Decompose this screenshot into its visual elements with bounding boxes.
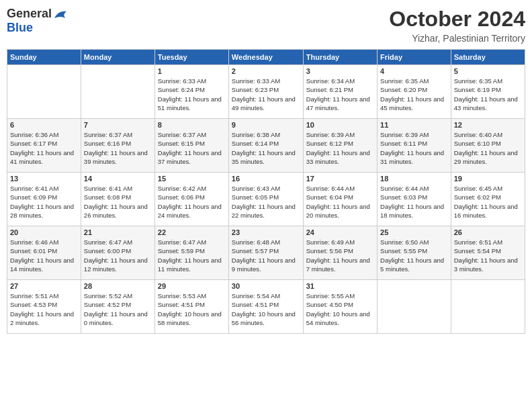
header-wednesday: Wednesday bbox=[228, 50, 303, 65]
header: General Blue October 2024 Yizhar, Palest… bbox=[7, 7, 525, 44]
day-cell: 31Sunrise: 5:55 AMSunset: 4:50 PMDayligh… bbox=[303, 280, 377, 334]
day-info: Sunrise: 6:42 AMSunset: 6:06 PMDaylight:… bbox=[158, 184, 226, 220]
month-title: October 2024 bbox=[389, 7, 525, 32]
day-info: Sunrise: 6:45 AMSunset: 6:02 PMDaylight:… bbox=[454, 184, 522, 220]
day-info: Sunrise: 6:35 AMSunset: 6:20 PMDaylight:… bbox=[380, 77, 448, 112]
day-cell: 30Sunrise: 5:54 AMSunset: 4:51 PMDayligh… bbox=[228, 280, 303, 334]
day-info: Sunrise: 6:35 AMSunset: 6:19 PMDaylight:… bbox=[454, 77, 522, 112]
day-info: Sunrise: 6:50 AMSunset: 5:55 PMDaylight:… bbox=[380, 238, 448, 273]
header-friday: Friday bbox=[378, 50, 451, 65]
day-cell bbox=[451, 280, 525, 334]
day-info: Sunrise: 6:37 AMSunset: 6:16 PMDaylight:… bbox=[84, 130, 152, 166]
day-number: 23 bbox=[232, 228, 300, 236]
header-saturday: Saturday bbox=[451, 50, 525, 65]
week-row-5: 27Sunrise: 5:51 AMSunset: 4:53 PMDayligh… bbox=[7, 280, 525, 334]
week-row-1: 1Sunrise: 6:33 AMSunset: 6:24 PMDaylight… bbox=[7, 65, 525, 119]
day-number: 25 bbox=[380, 228, 448, 236]
day-cell: 1Sunrise: 6:33 AMSunset: 6:24 PMDaylight… bbox=[154, 65, 228, 119]
day-number: 9 bbox=[232, 121, 300, 129]
day-info: Sunrise: 6:40 AMSunset: 6:10 PMDaylight:… bbox=[454, 130, 522, 166]
day-cell: 9Sunrise: 6:38 AMSunset: 6:14 PMDaylight… bbox=[228, 119, 303, 173]
day-number: 24 bbox=[306, 228, 374, 236]
header-row: Sunday Monday Tuesday Wednesday Thursday… bbox=[7, 50, 525, 65]
day-info: Sunrise: 5:55 AMSunset: 4:50 PMDaylight:… bbox=[306, 291, 374, 327]
day-number: 16 bbox=[232, 175, 300, 183]
day-cell: 23Sunrise: 6:48 AMSunset: 5:57 PMDayligh… bbox=[228, 226, 303, 280]
day-cell: 16Sunrise: 6:43 AMSunset: 6:05 PMDayligh… bbox=[228, 173, 303, 226]
day-number: 5 bbox=[454, 67, 522, 75]
day-cell: 10Sunrise: 6:39 AMSunset: 6:12 PMDayligh… bbox=[303, 119, 377, 173]
day-cell: 7Sunrise: 6:37 AMSunset: 6:16 PMDaylight… bbox=[81, 119, 154, 173]
day-info: Sunrise: 6:48 AMSunset: 5:57 PMDaylight:… bbox=[232, 238, 300, 273]
header-monday: Monday bbox=[81, 50, 154, 65]
day-number: 11 bbox=[380, 121, 448, 129]
day-info: Sunrise: 6:34 AMSunset: 6:21 PMDaylight:… bbox=[306, 77, 374, 112]
day-number: 29 bbox=[158, 282, 226, 290]
day-number: 15 bbox=[158, 175, 226, 183]
day-number: 22 bbox=[158, 228, 226, 236]
day-number: 13 bbox=[10, 175, 78, 183]
day-cell: 14Sunrise: 6:41 AMSunset: 6:08 PMDayligh… bbox=[81, 173, 154, 226]
day-number: 17 bbox=[306, 175, 374, 183]
header-tuesday: Tuesday bbox=[154, 50, 228, 65]
day-info: Sunrise: 5:52 AMSunset: 4:52 PMDaylight:… bbox=[84, 291, 152, 327]
day-number: 18 bbox=[380, 175, 448, 183]
logo-blue-text: Blue bbox=[7, 21, 33, 35]
day-info: Sunrise: 6:36 AMSunset: 6:17 PMDaylight:… bbox=[10, 130, 78, 166]
day-number: 1 bbox=[158, 67, 226, 75]
day-number: 21 bbox=[84, 228, 152, 236]
day-cell: 2Sunrise: 6:33 AMSunset: 6:23 PMDaylight… bbox=[228, 65, 303, 119]
day-info: Sunrise: 6:38 AMSunset: 6:14 PMDaylight:… bbox=[232, 130, 300, 166]
day-info: Sunrise: 5:54 AMSunset: 4:51 PMDaylight:… bbox=[232, 291, 300, 327]
day-cell bbox=[378, 280, 451, 334]
day-number: 6 bbox=[10, 121, 78, 129]
header-thursday: Thursday bbox=[303, 50, 377, 65]
day-info: Sunrise: 6:33 AMSunset: 6:23 PMDaylight:… bbox=[232, 77, 300, 112]
day-number: 19 bbox=[454, 175, 522, 183]
day-number: 8 bbox=[158, 121, 226, 129]
day-info: Sunrise: 6:33 AMSunset: 6:24 PMDaylight:… bbox=[158, 77, 226, 112]
day-number: 3 bbox=[306, 67, 374, 75]
day-number: 2 bbox=[232, 67, 300, 75]
week-row-4: 20Sunrise: 6:46 AMSunset: 6:01 PMDayligh… bbox=[7, 226, 525, 280]
day-info: Sunrise: 6:47 AMSunset: 6:00 PMDaylight:… bbox=[84, 238, 152, 273]
day-info: Sunrise: 6:43 AMSunset: 6:05 PMDaylight:… bbox=[232, 184, 300, 220]
day-cell: 18Sunrise: 6:44 AMSunset: 6:03 PMDayligh… bbox=[378, 173, 451, 226]
day-info: Sunrise: 6:39 AMSunset: 6:11 PMDaylight:… bbox=[380, 130, 448, 166]
location-title: Yizhar, Palestinian Territory bbox=[389, 33, 525, 44]
day-info: Sunrise: 6:46 AMSunset: 6:01 PMDaylight:… bbox=[10, 238, 78, 273]
day-cell: 13Sunrise: 6:41 AMSunset: 6:09 PMDayligh… bbox=[7, 173, 81, 226]
day-number: 10 bbox=[306, 121, 374, 129]
day-info: Sunrise: 6:44 AMSunset: 6:03 PMDaylight:… bbox=[380, 184, 448, 220]
day-cell: 21Sunrise: 6:47 AMSunset: 6:00 PMDayligh… bbox=[81, 226, 154, 280]
page: General Blue October 2024 Yizhar, Palest… bbox=[0, 0, 532, 411]
day-number: 30 bbox=[232, 282, 300, 290]
day-number: 4 bbox=[380, 67, 448, 75]
calendar-table: Sunday Monday Tuesday Wednesday Thursday… bbox=[7, 49, 525, 334]
day-cell: 29Sunrise: 5:53 AMSunset: 4:51 PMDayligh… bbox=[154, 280, 228, 334]
day-number: 12 bbox=[454, 121, 522, 129]
day-cell: 6Sunrise: 6:36 AMSunset: 6:17 PMDaylight… bbox=[7, 119, 81, 173]
title-block: October 2024 Yizhar, Palestinian Territo… bbox=[389, 7, 525, 44]
day-cell: 28Sunrise: 5:52 AMSunset: 4:52 PMDayligh… bbox=[81, 280, 154, 334]
day-number: 26 bbox=[454, 228, 522, 236]
header-sunday: Sunday bbox=[7, 50, 81, 65]
logo-wing-icon bbox=[53, 9, 68, 19]
day-cell: 25Sunrise: 6:50 AMSunset: 5:55 PMDayligh… bbox=[378, 226, 451, 280]
day-cell: 11Sunrise: 6:39 AMSunset: 6:11 PMDayligh… bbox=[378, 119, 451, 173]
day-cell: 26Sunrise: 6:51 AMSunset: 5:54 PMDayligh… bbox=[451, 226, 525, 280]
day-cell: 24Sunrise: 6:49 AMSunset: 5:56 PMDayligh… bbox=[303, 226, 377, 280]
day-number: 20 bbox=[10, 228, 78, 236]
week-row-3: 13Sunrise: 6:41 AMSunset: 6:09 PMDayligh… bbox=[7, 173, 525, 226]
day-cell: 27Sunrise: 5:51 AMSunset: 4:53 PMDayligh… bbox=[7, 280, 81, 334]
calendar-body: 1Sunrise: 6:33 AMSunset: 6:24 PMDaylight… bbox=[7, 65, 525, 334]
day-cell: 17Sunrise: 6:44 AMSunset: 6:04 PMDayligh… bbox=[303, 173, 377, 226]
day-cell: 12Sunrise: 6:40 AMSunset: 6:10 PMDayligh… bbox=[451, 119, 525, 173]
day-info: Sunrise: 5:53 AMSunset: 4:51 PMDaylight:… bbox=[158, 291, 226, 327]
day-info: Sunrise: 6:39 AMSunset: 6:12 PMDaylight:… bbox=[306, 130, 374, 166]
day-info: Sunrise: 6:51 AMSunset: 5:54 PMDaylight:… bbox=[454, 238, 522, 273]
day-cell: 20Sunrise: 6:46 AMSunset: 6:01 PMDayligh… bbox=[7, 226, 81, 280]
day-cell: 15Sunrise: 6:42 AMSunset: 6:06 PMDayligh… bbox=[154, 173, 228, 226]
day-cell: 8Sunrise: 6:37 AMSunset: 6:15 PMDaylight… bbox=[154, 119, 228, 173]
day-cell: 4Sunrise: 6:35 AMSunset: 6:20 PMDaylight… bbox=[378, 65, 451, 119]
